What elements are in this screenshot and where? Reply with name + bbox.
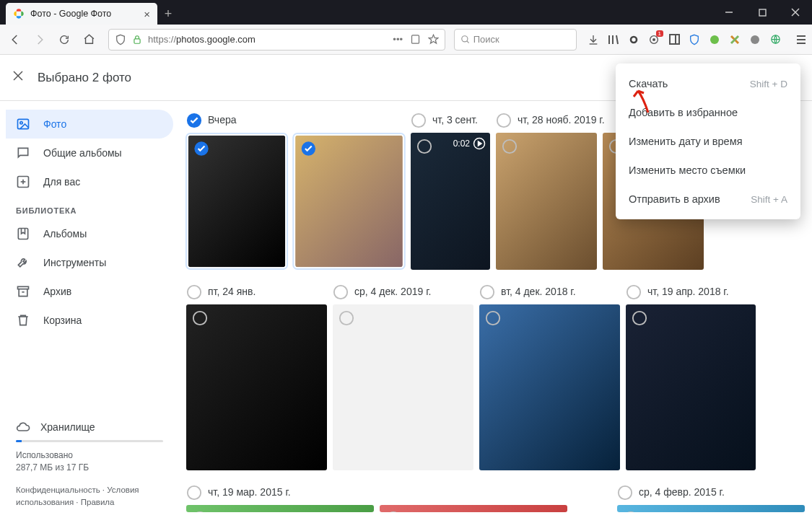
window-minimize[interactable]: [712, 0, 746, 25]
storage-used-value: 287,7 МБ из 17 ГБ: [16, 462, 163, 474]
thumb-check-icon[interactable]: [339, 310, 354, 326]
photo-thumb[interactable]: 0:02: [411, 133, 490, 270]
group-check-icon[interactable]: [186, 284, 201, 299]
thumb-check-icon[interactable]: [502, 139, 518, 154]
group-header[interactable]: пт, 24 янв.: [186, 284, 327, 299]
nav-reload[interactable]: [53, 29, 75, 50]
sidebar-item-label: Для вас: [43, 176, 80, 188]
ext-cross-icon[interactable]: [728, 33, 741, 46]
clear-selection-button[interactable]: [12, 69, 38, 86]
sidebar-item-image[interactable]: Фото: [6, 110, 173, 139]
nav-home[interactable]: [78, 29, 100, 50]
sidebar-item-tools[interactable]: Инструменты: [6, 248, 173, 277]
url-bar[interactable]: https:// photos.google.com •••: [108, 29, 445, 50]
svg-point-22: [751, 35, 759, 44]
group-header[interactable]: вт, 4 дек. 2018 г.: [479, 284, 620, 299]
sidebar-ext-icon[interactable]: [668, 33, 681, 46]
svg-marker-43: [479, 141, 482, 146]
photo-thumb[interactable]: [186, 505, 374, 512]
menu-item[interactable]: Добавить в избранное: [616, 98, 800, 127]
close-tab-icon[interactable]: ×: [144, 8, 150, 20]
thumb-check-icon[interactable]: [632, 310, 647, 326]
video-duration: 0:02: [453, 137, 486, 150]
photo-thumb[interactable]: [496, 133, 597, 270]
svg-point-47: [188, 286, 201, 299]
group-check-icon[interactable]: [186, 113, 201, 127]
group-date: чт, 28 нояб. 2019 г.: [518, 114, 605, 126]
thumb-check-icon[interactable]: [623, 511, 639, 512]
url-scheme: https://: [148, 34, 176, 45]
browser-nav-bar: https:// photos.google.com ••• Поиск: [0, 25, 812, 55]
sidebar-section-library: БИБЛИОТЕКА: [6, 196, 173, 219]
sidebar-item-plus-frame[interactable]: Для вас: [6, 167, 173, 196]
thumb-check-icon[interactable]: [192, 310, 208, 326]
menu-shortcut: Shift + A: [751, 194, 787, 205]
thumb-check-icon[interactable]: [416, 139, 432, 154]
window-title-bar: Фото - Google Фото × +: [0, 0, 812, 25]
group-header[interactable]: чт, 3 сент.: [411, 113, 490, 127]
sidebar-item-chat[interactable]: Общие альбомы: [6, 139, 173, 167]
browser-tab[interactable]: Фото - Google Фото ×: [6, 3, 157, 25]
group-check-icon[interactable]: [626, 284, 640, 299]
menu-shortcut: Shift + D: [750, 79, 787, 89]
reader-icon[interactable]: [410, 34, 421, 45]
ext-globe-icon[interactable]: [769, 33, 782, 46]
group-header[interactable]: ср, 4 февр. 2015 г.: [617, 485, 805, 499]
svg-rect-17: [670, 35, 679, 44]
menu-item[interactable]: Отправить в архивShift + A: [616, 185, 800, 214]
group-header[interactable]: чт, 19 апр. 2018 г.: [626, 284, 756, 299]
group-check-icon[interactable]: [411, 113, 425, 127]
photo-thumb[interactable]: [295, 136, 403, 267]
thumb-check-icon[interactable]: [301, 141, 316, 156]
photo-thumb[interactable]: [617, 505, 805, 512]
menu-item[interactable]: Изменить место съемки: [616, 156, 800, 185]
menu-item[interactable]: СкачатьShift + D: [616, 69, 800, 98]
photo-thumb[interactable]: [186, 304, 327, 470]
ext-swirl-icon[interactable]: [627, 33, 640, 46]
svg-point-45: [503, 140, 516, 153]
thumb-check-icon[interactable]: [385, 511, 401, 512]
photo-thumb[interactable]: [380, 505, 567, 512]
photo-thumb[interactable]: [479, 304, 620, 470]
sidebar-item-trash[interactable]: Корзина: [6, 306, 173, 335]
thumb-check-icon[interactable]: [193, 141, 209, 156]
ext-green-icon[interactable]: [708, 33, 721, 46]
sidebar-item-bookmark[interactable]: Альбомы: [6, 219, 173, 248]
downloads-icon[interactable]: [587, 33, 600, 46]
storage-block[interactable]: Хранилище Использовано 287,7 МБ из 17 ГБ: [6, 410, 173, 484]
thumb-check-icon[interactable]: [192, 511, 208, 512]
group-check-icon[interactable]: [333, 284, 347, 299]
footer-privacy[interactable]: Конфиденциальность: [16, 485, 100, 494]
menu-item[interactable]: Изменить дату и время: [616, 127, 800, 156]
group-check-icon[interactable]: [186, 485, 201, 499]
group-header[interactable]: ср, 4 дек. 2019 г.: [333, 284, 473, 299]
group-check-icon[interactable]: [496, 113, 510, 127]
footer-rules[interactable]: Правила: [81, 498, 115, 506]
photo-thumb[interactable]: [626, 304, 756, 470]
extension-icons: [587, 33, 808, 46]
footer-links: Конфиденциальность Условия использования…: [6, 484, 173, 515]
bookmark-star-icon[interactable]: [428, 34, 439, 45]
sidebar-item-archive[interactable]: Архив: [6, 277, 173, 306]
hamburger-menu-icon[interactable]: [795, 33, 808, 46]
svg-point-52: [486, 312, 499, 325]
svg-rect-4: [134, 38, 140, 43]
window-maximize[interactable]: [746, 0, 779, 25]
photo-thumb[interactable]: [333, 304, 473, 470]
ext-grey-circle-icon[interactable]: [748, 33, 761, 46]
new-tab-button[interactable]: +: [157, 3, 179, 25]
browser-search[interactable]: Поиск: [454, 29, 577, 50]
group-check-icon[interactable]: [479, 284, 494, 299]
google-photos-icon: [13, 8, 25, 19]
group-check-icon[interactable]: [617, 485, 632, 499]
window-close[interactable]: [779, 0, 812, 25]
library-icon[interactable]: [607, 33, 620, 46]
page-actions-icon[interactable]: •••: [393, 34, 403, 45]
group-header[interactable]: чт, 19 мар. 2015 г.: [186, 485, 567, 499]
ublock-icon[interactable]: [688, 33, 701, 46]
ext-notify-icon[interactable]: [647, 33, 660, 46]
nav-back[interactable]: [4, 29, 26, 50]
photo-thumb[interactable]: [188, 136, 285, 267]
thumb-check-icon[interactable]: [485, 310, 501, 326]
group-header[interactable]: Вчера: [186, 113, 405, 127]
